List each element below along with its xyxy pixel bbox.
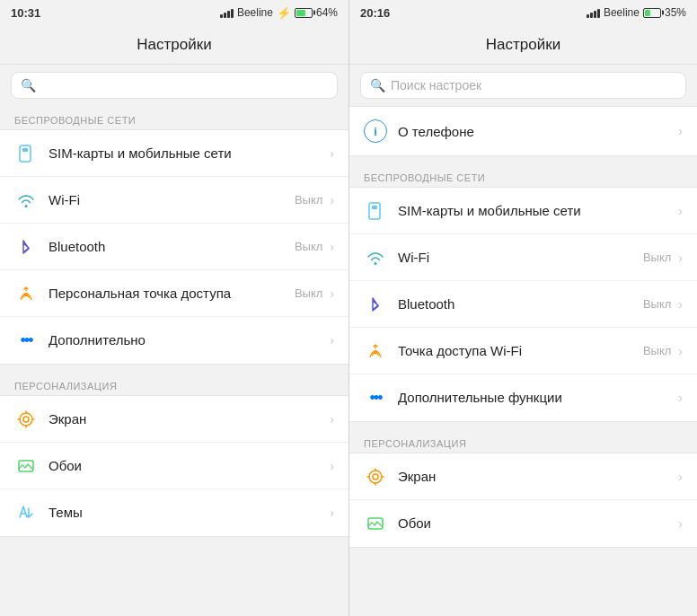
search-icon-left: 🔍 (21, 78, 36, 92)
more-item-right[interactable]: ••• Дополнительные функции › (349, 374, 697, 421)
carrier-left: Beeline (237, 6, 273, 19)
more-label-right: Дополнительные функции (398, 389, 667, 407)
search-bar-right: 🔍 Поиск настроек (349, 65, 697, 106)
screen-label-left: Экран (49, 410, 319, 428)
screen-chevron-right: › (678, 470, 683, 484)
about-label-right: О телефоне (398, 124, 678, 139)
svg-rect-1 (22, 148, 28, 152)
wireless-group-right: SIM-карты и мобильные сети › Wi-Fi Выкл … (349, 187, 697, 422)
about-chevron-right: › (678, 124, 683, 138)
search-input-right[interactable]: 🔍 Поиск настроек (360, 72, 686, 99)
screen-item-left[interactable]: Экран › (0, 396, 348, 443)
svg-point-13 (369, 471, 382, 483)
time-left: 10:31 (11, 6, 40, 20)
about-item-right[interactable]: i О телефоне › (349, 106, 697, 156)
right-panel: 20:16 Beeline 35% Настройки 🔍 Поиск наст… (348, 0, 697, 616)
battery-icon-right (643, 8, 661, 18)
more-chevron-left: › (330, 333, 334, 348)
screen-item-right[interactable]: Экран › (349, 453, 697, 500)
carrier-right: Beeline (604, 6, 640, 19)
sim-item-right[interactable]: SIM-карты и мобильные сети › (349, 188, 697, 234)
themes-icon-left (14, 501, 38, 524)
hotspot-icon-left (14, 282, 38, 305)
wallpaper-icon-right (364, 512, 387, 535)
themes-chevron-left: › (330, 506, 334, 520)
section-label-wireless-left: БЕСПРОВОДНЫЕ СЕТИ (0, 106, 348, 129)
svg-rect-0 (20, 145, 31, 162)
hotspot-label-left: Персональная точка доступа (49, 285, 284, 303)
wifi-icon-left (14, 189, 38, 212)
signal-icon-left (220, 7, 234, 18)
wireless-group-left: SIM-карты и мобильные сети › Wi-Fi Выкл … (0, 129, 348, 365)
sim-item-left[interactable]: SIM-карты и мобильные сети › (0, 130, 348, 177)
hotspot-item-right[interactable]: Точка доступа Wi-Fi Выкл › (349, 328, 697, 374)
left-panel: 10:31 Beeline ⚡ 64% Настройки 🔍 БЕСПРОВО… (0, 0, 348, 616)
personal-group-right: Экран › Обои › (349, 453, 697, 548)
themes-item-left[interactable]: Темы › (0, 489, 348, 536)
svg-point-14 (373, 474, 378, 480)
wifi-label-left: Wi-Fi (49, 191, 284, 209)
page-title-right: Настройки (349, 25, 697, 65)
sim-chevron-right: › (678, 204, 683, 218)
more-item-left[interactable]: ••• Дополнительно › (0, 317, 348, 364)
svg-point-3 (20, 413, 32, 426)
wifi-icon-right (364, 246, 387, 269)
bt-label-right: Bluetooth (398, 295, 632, 313)
battery-pct-right: 35% (665, 6, 686, 19)
hotspot-value-right: Выкл (643, 344, 671, 357)
svg-point-4 (23, 417, 29, 422)
section-label-personal-right: ПЕРСОНАЛИЗАЦИЯ (349, 429, 697, 453)
search-input-left[interactable]: 🔍 (11, 72, 338, 99)
hotspot-chevron-left: › (330, 286, 334, 301)
screen-label-right: Экран (398, 468, 667, 486)
wifi-item-right[interactable]: Wi-Fi Выкл › (349, 234, 697, 281)
bt-label-left: Bluetooth (49, 238, 284, 256)
status-bar-right: 20:16 Beeline 35% (349, 0, 697, 25)
more-icon-left: ••• (14, 329, 38, 352)
hotspot-label-right: Точка доступа Wi-Fi (398, 342, 632, 360)
section-label-wireless-right: БЕСПРОВОДНЫЕ СЕТИ (349, 163, 697, 187)
screen-icon-right (364, 465, 387, 488)
search-icon-right: 🔍 (370, 78, 385, 92)
more-icon-right: ••• (364, 386, 387, 409)
screen-icon-left (14, 408, 38, 431)
wifi-chevron-right: › (678, 251, 683, 265)
wallpaper-chevron-left: › (330, 459, 334, 473)
wallpaper-label-right: Обои (398, 515, 667, 532)
wifi-value-right: Выкл (643, 251, 671, 264)
personal-group-left: Экран › Обои › (0, 395, 348, 537)
status-right-left: Beeline ⚡ 64% (220, 6, 338, 20)
sim-label-right: SIM-карты и мобильные сети (398, 202, 667, 220)
bt-icon-right (364, 293, 387, 316)
status-right-right: Beeline 35% (587, 6, 686, 19)
wallpaper-label-left: Обои (49, 457, 319, 475)
charging-icon-left: ⚡ (277, 6, 291, 20)
signal-icon-right (587, 7, 600, 18)
sim-label-left: SIM-карты и мобильные сети (49, 145, 319, 163)
bt-value-left: Выкл (295, 240, 322, 253)
svg-rect-11 (372, 206, 377, 209)
wifi-item-left[interactable]: Wi-Fi Выкл › (0, 177, 348, 224)
more-label-left: Дополнительно (49, 331, 319, 349)
more-chevron-right: › (678, 391, 683, 405)
wifi-chevron-left: › (330, 193, 334, 207)
wallpaper-item-left[interactable]: Обои › (0, 443, 348, 489)
bt-value-right: Выкл (643, 297, 671, 311)
info-icon-right: i (364, 119, 387, 143)
hotspot-chevron-right: › (678, 344, 683, 358)
sim-chevron-left: › (330, 146, 334, 161)
search-bar-left: 🔍 (0, 65, 348, 106)
time-right: 20:16 (360, 6, 390, 20)
hotspot-item-left[interactable]: Персональная точка доступа Выкл › (0, 270, 348, 317)
wallpaper-icon-left (14, 454, 38, 478)
themes-label-left: Темы (49, 504, 319, 522)
bt-icon-left (14, 235, 38, 259)
bluetooth-item-left[interactable]: Bluetooth Выкл › (0, 224, 348, 270)
sim-icon-right (364, 199, 387, 223)
bluetooth-item-right[interactable]: Bluetooth Выкл › (349, 281, 697, 328)
screen-chevron-left: › (330, 412, 334, 427)
sim-icon-left (14, 142, 38, 165)
page-title-left: Настройки (0, 25, 348, 65)
bt-chevron-right: › (678, 297, 683, 312)
wallpaper-item-right[interactable]: Обои › (349, 500, 697, 547)
